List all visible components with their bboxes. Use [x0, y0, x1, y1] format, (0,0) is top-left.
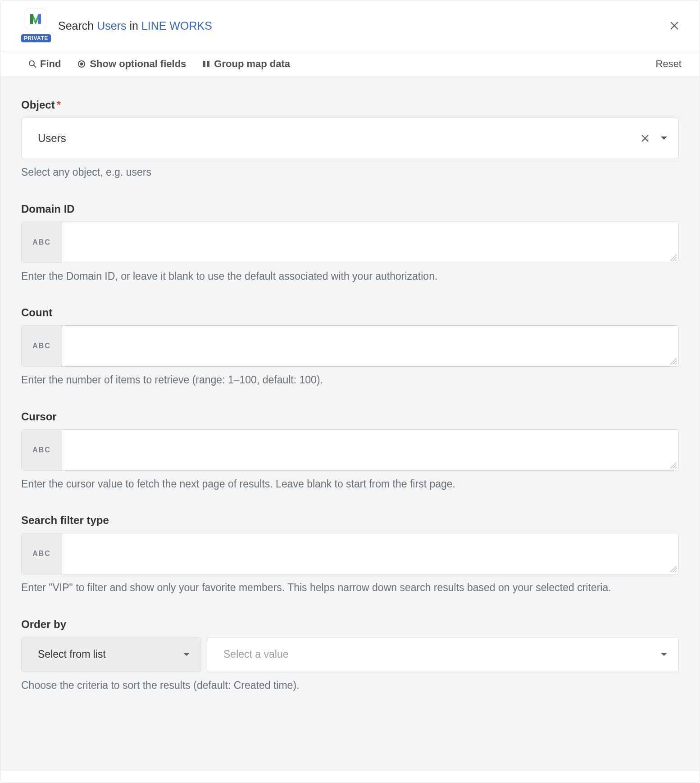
- cursor-help: Enter the cursor value to fetch the next…: [21, 476, 679, 492]
- count-input-row: ABC: [21, 325, 679, 367]
- search-filter-label: Search filter type: [21, 514, 679, 527]
- order-by-help: Choose the criteria to sort the results …: [21, 678, 679, 693]
- cursor-label: Cursor: [21, 410, 679, 423]
- search-icon: [28, 60, 36, 68]
- domain-id-help: Enter the Domain ID, or leave it blank t…: [21, 269, 679, 284]
- modal-title: Search Users in LINE WORKS: [58, 19, 212, 32]
- order-by-label: Order by: [21, 618, 679, 631]
- eye-icon: [77, 59, 86, 68]
- object-clear-button[interactable]: [641, 134, 650, 143]
- field-order-by: Order by Select from list Select a value…: [21, 618, 679, 693]
- order-by-mode-value: Select from list: [38, 648, 183, 660]
- app-icon: [25, 9, 46, 29]
- caret-down-icon: [183, 652, 190, 657]
- search-filter-help: Enter "VIP" to filter and show only your…: [21, 580, 679, 596]
- show-optional-label: Show optional fields: [90, 58, 186, 70]
- caret-down-icon: [660, 652, 668, 657]
- cursor-input-row: ABC: [21, 429, 679, 471]
- field-search-filter: Search filter type ABC Enter "VIP" to fi…: [21, 514, 679, 596]
- field-cursor: Cursor ABC Enter the cursor value to fet…: [21, 410, 679, 492]
- caret-down-icon: [660, 136, 668, 141]
- object-label: Object*: [21, 99, 679, 111]
- object-value: Users: [38, 132, 641, 145]
- order-by-mode-select[interactable]: Select from list: [21, 637, 201, 672]
- title-prefix: Search: [58, 19, 94, 32]
- domain-id-input[interactable]: [62, 222, 678, 263]
- toolbar: Find Show optional fields Group map data…: [0, 51, 700, 77]
- object-label-text: Object: [21, 99, 55, 111]
- group-map-icon: [202, 60, 210, 68]
- count-input[interactable]: [62, 326, 678, 366]
- object-select[interactable]: Users: [21, 118, 679, 159]
- domain-id-label: Domain ID: [21, 203, 679, 215]
- title-app-link[interactable]: LINE WORKS: [141, 19, 212, 32]
- group-map-action[interactable]: Group map data: [202, 58, 290, 70]
- modal-header: PRIVATE Search Users in LINE WORKS: [0, 0, 700, 51]
- field-object: Object* Users Select: [21, 99, 679, 180]
- show-optional-action[interactable]: Show optional fields: [77, 58, 186, 70]
- order-by-value-placeholder: Select a value: [223, 648, 660, 660]
- reset-action[interactable]: Reset: [656, 58, 682, 70]
- type-chip-abc[interactable]: ABC: [22, 430, 62, 470]
- private-badge: PRIVATE: [21, 34, 51, 42]
- svg-rect-6: [203, 61, 205, 67]
- search-filter-input-row: ABC: [21, 533, 679, 574]
- lineworks-logo-icon: [28, 12, 43, 26]
- form-body: Object* Users Select: [0, 77, 700, 771]
- svg-line-3: [34, 65, 36, 68]
- svg-point-2: [29, 61, 34, 66]
- type-chip-abc[interactable]: ABC: [22, 222, 62, 263]
- field-domain-id: Domain ID ABC Enter the Domain ID, or le…: [21, 203, 679, 284]
- title-mid: in: [129, 19, 138, 32]
- close-button[interactable]: [667, 18, 682, 33]
- clear-icon: [641, 134, 650, 143]
- svg-rect-7: [207, 61, 209, 67]
- close-icon: [669, 20, 680, 31]
- order-by-value-select[interactable]: Select a value: [207, 637, 679, 672]
- domain-id-input-row: ABC: [21, 222, 679, 263]
- group-map-label: Group map data: [214, 58, 290, 70]
- type-chip-abc[interactable]: ABC: [22, 533, 62, 574]
- find-label: Find: [40, 58, 61, 70]
- count-help: Enter the number of items to retrieve (r…: [21, 372, 679, 388]
- config-modal: PRIVATE Search Users in LINE WORKS Find: [0, 0, 700, 783]
- app-icon-block: PRIVATE: [21, 9, 50, 43]
- object-dropdown-button[interactable]: [660, 136, 668, 141]
- object-help: Select any object, e.g. users: [21, 164, 679, 180]
- cursor-input[interactable]: [62, 430, 678, 470]
- find-action[interactable]: Find: [28, 58, 61, 70]
- svg-point-5: [81, 63, 83, 65]
- type-chip-abc[interactable]: ABC: [22, 326, 62, 366]
- search-filter-input[interactable]: [62, 533, 678, 574]
- field-count: Count ABC Enter the number of items to r…: [21, 306, 679, 388]
- count-label: Count: [21, 306, 679, 319]
- required-marker: *: [57, 99, 61, 111]
- title-object-link[interactable]: Users: [97, 19, 126, 32]
